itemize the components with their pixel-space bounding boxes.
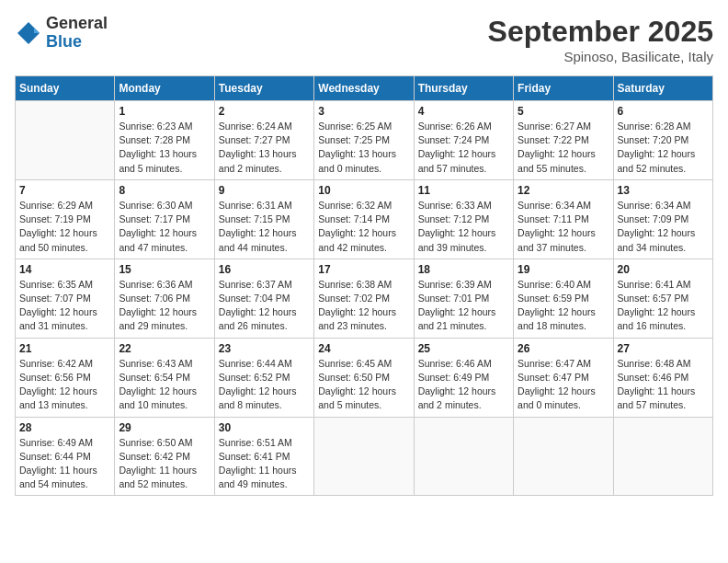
day-info: Sunrise: 6:33 AMSunset: 7:12 PMDaylight:… bbox=[418, 199, 509, 255]
day-number: 3 bbox=[318, 105, 409, 118]
day-number: 18 bbox=[418, 263, 509, 276]
day-info: Sunrise: 6:30 AMSunset: 7:17 PMDaylight:… bbox=[119, 199, 210, 255]
logo: General Blue bbox=[15, 15, 108, 52]
calendar-week-row: 28Sunrise: 6:49 AMSunset: 6:44 PMDayligh… bbox=[16, 417, 713, 496]
day-number: 17 bbox=[318, 263, 409, 276]
calendar-cell: 13Sunrise: 6:34 AMSunset: 7:09 PMDayligh… bbox=[613, 179, 712, 259]
calendar-cell: 6Sunrise: 6:28 AMSunset: 7:20 PMDaylight… bbox=[613, 101, 712, 180]
day-number: 22 bbox=[119, 342, 210, 355]
calendar-cell: 26Sunrise: 6:47 AMSunset: 6:47 PMDayligh… bbox=[514, 338, 613, 417]
day-info: Sunrise: 6:26 AMSunset: 7:24 PMDaylight:… bbox=[418, 120, 509, 176]
logo-icon bbox=[15, 19, 42, 47]
weekday-header-friday: Friday bbox=[514, 76, 613, 101]
calendar-cell bbox=[514, 417, 613, 496]
day-info: Sunrise: 6:45 AMSunset: 6:50 PMDaylight:… bbox=[318, 357, 409, 413]
title-block: September 2025 Spinoso, Basilicate, Ital… bbox=[488, 15, 713, 64]
day-number: 13 bbox=[618, 184, 709, 197]
day-info: Sunrise: 6:29 AMSunset: 7:19 PMDaylight:… bbox=[19, 199, 110, 255]
logo-blue: Blue bbox=[46, 33, 108, 52]
calendar-cell: 25Sunrise: 6:46 AMSunset: 6:49 PMDayligh… bbox=[414, 338, 513, 417]
calendar-cell: 15Sunrise: 6:36 AMSunset: 7:06 PMDayligh… bbox=[115, 259, 214, 338]
day-number: 4 bbox=[418, 105, 509, 118]
day-number: 8 bbox=[119, 184, 210, 197]
day-info: Sunrise: 6:42 AMSunset: 6:56 PMDaylight:… bbox=[19, 357, 110, 413]
calendar-cell: 5Sunrise: 6:27 AMSunset: 7:22 PMDaylight… bbox=[514, 101, 613, 180]
calendar-cell: 1Sunrise: 6:23 AMSunset: 7:28 PMDaylight… bbox=[115, 101, 214, 180]
day-info: Sunrise: 6:34 AMSunset: 7:11 PMDaylight:… bbox=[518, 199, 609, 255]
weekday-header-thursday: Thursday bbox=[414, 76, 513, 101]
day-number: 15 bbox=[119, 263, 210, 276]
calendar-cell: 21Sunrise: 6:42 AMSunset: 6:56 PMDayligh… bbox=[16, 338, 115, 417]
page-header: General Blue September 2025 Spinoso, Bas… bbox=[15, 15, 713, 64]
day-number: 24 bbox=[318, 342, 409, 355]
day-info: Sunrise: 6:34 AMSunset: 7:09 PMDaylight:… bbox=[618, 199, 709, 255]
calendar-cell bbox=[414, 417, 513, 496]
day-info: Sunrise: 6:38 AMSunset: 7:02 PMDaylight:… bbox=[318, 278, 409, 334]
day-info: Sunrise: 6:47 AMSunset: 6:47 PMDaylight:… bbox=[518, 357, 609, 413]
day-info: Sunrise: 6:36 AMSunset: 7:06 PMDaylight:… bbox=[119, 278, 210, 334]
calendar-cell: 23Sunrise: 6:44 AMSunset: 6:52 PMDayligh… bbox=[214, 338, 313, 417]
day-number: 5 bbox=[518, 105, 609, 118]
day-info: Sunrise: 6:44 AMSunset: 6:52 PMDaylight:… bbox=[219, 357, 310, 413]
day-info: Sunrise: 6:31 AMSunset: 7:15 PMDaylight:… bbox=[219, 199, 310, 255]
day-number: 6 bbox=[618, 105, 709, 118]
logo-general: General bbox=[46, 15, 108, 33]
calendar-cell bbox=[16, 101, 115, 180]
calendar-cell: 16Sunrise: 6:37 AMSunset: 7:04 PMDayligh… bbox=[214, 259, 313, 338]
calendar-cell: 28Sunrise: 6:49 AMSunset: 6:44 PMDayligh… bbox=[16, 417, 115, 496]
calendar-cell bbox=[314, 417, 414, 496]
day-number: 30 bbox=[219, 421, 310, 434]
day-info: Sunrise: 6:50 AMSunset: 6:42 PMDaylight:… bbox=[119, 436, 210, 492]
weekday-header-monday: Monday bbox=[115, 76, 214, 101]
day-info: Sunrise: 6:46 AMSunset: 6:49 PMDaylight:… bbox=[418, 357, 509, 413]
calendar-cell: 14Sunrise: 6:35 AMSunset: 7:07 PMDayligh… bbox=[16, 259, 115, 338]
day-info: Sunrise: 6:25 AMSunset: 7:25 PMDaylight:… bbox=[318, 120, 409, 176]
day-number: 27 bbox=[618, 342, 709, 355]
day-number: 11 bbox=[418, 184, 509, 197]
calendar-cell: 7Sunrise: 6:29 AMSunset: 7:19 PMDaylight… bbox=[16, 179, 115, 259]
calendar-cell: 19Sunrise: 6:40 AMSunset: 6:59 PMDayligh… bbox=[514, 259, 613, 338]
day-info: Sunrise: 6:28 AMSunset: 7:20 PMDaylight:… bbox=[618, 120, 709, 176]
day-info: Sunrise: 6:23 AMSunset: 7:28 PMDaylight:… bbox=[119, 120, 210, 176]
weekday-header-row: SundayMondayTuesdayWednesdayThursdayFrid… bbox=[16, 76, 713, 101]
calendar-cell: 2Sunrise: 6:24 AMSunset: 7:27 PMDaylight… bbox=[214, 101, 313, 180]
day-info: Sunrise: 6:35 AMSunset: 7:07 PMDaylight:… bbox=[19, 278, 110, 334]
day-number: 14 bbox=[19, 263, 110, 276]
calendar-week-row: 1Sunrise: 6:23 AMSunset: 7:28 PMDaylight… bbox=[16, 101, 713, 180]
day-number: 7 bbox=[19, 184, 110, 197]
day-number: 25 bbox=[418, 342, 509, 355]
weekday-header-wednesday: Wednesday bbox=[314, 76, 414, 101]
weekday-header-tuesday: Tuesday bbox=[214, 76, 313, 101]
weekday-header-saturday: Saturday bbox=[613, 76, 712, 101]
day-info: Sunrise: 6:39 AMSunset: 7:01 PMDaylight:… bbox=[418, 278, 509, 334]
day-number: 20 bbox=[618, 263, 709, 276]
calendar-cell: 17Sunrise: 6:38 AMSunset: 7:02 PMDayligh… bbox=[314, 259, 414, 338]
day-info: Sunrise: 6:40 AMSunset: 6:59 PMDaylight:… bbox=[518, 278, 609, 334]
logo-text: General Blue bbox=[46, 15, 108, 52]
day-number: 21 bbox=[19, 342, 110, 355]
calendar-cell: 27Sunrise: 6:48 AMSunset: 6:46 PMDayligh… bbox=[613, 338, 712, 417]
calendar-cell: 8Sunrise: 6:30 AMSunset: 7:17 PMDaylight… bbox=[115, 179, 214, 259]
calendar-cell: 4Sunrise: 6:26 AMSunset: 7:24 PMDaylight… bbox=[414, 101, 513, 180]
calendar-cell: 29Sunrise: 6:50 AMSunset: 6:42 PMDayligh… bbox=[115, 417, 214, 496]
day-info: Sunrise: 6:24 AMSunset: 7:27 PMDaylight:… bbox=[219, 120, 310, 176]
calendar-week-row: 7Sunrise: 6:29 AMSunset: 7:19 PMDaylight… bbox=[16, 179, 713, 259]
day-number: 16 bbox=[219, 263, 310, 276]
calendar-cell: 22Sunrise: 6:43 AMSunset: 6:54 PMDayligh… bbox=[115, 338, 214, 417]
day-info: Sunrise: 6:43 AMSunset: 6:54 PMDaylight:… bbox=[119, 357, 210, 413]
day-info: Sunrise: 6:27 AMSunset: 7:22 PMDaylight:… bbox=[518, 120, 609, 176]
day-number: 1 bbox=[119, 105, 210, 118]
day-number: 12 bbox=[518, 184, 609, 197]
calendar-cell: 12Sunrise: 6:34 AMSunset: 7:11 PMDayligh… bbox=[514, 179, 613, 259]
calendar-cell bbox=[613, 417, 712, 496]
day-info: Sunrise: 6:41 AMSunset: 6:57 PMDaylight:… bbox=[618, 278, 709, 334]
day-info: Sunrise: 6:48 AMSunset: 6:46 PMDaylight:… bbox=[618, 357, 709, 413]
calendar-week-row: 21Sunrise: 6:42 AMSunset: 6:56 PMDayligh… bbox=[16, 338, 713, 417]
day-number: 9 bbox=[219, 184, 310, 197]
day-number: 26 bbox=[518, 342, 609, 355]
month-title: September 2025 bbox=[488, 15, 713, 49]
day-number: 29 bbox=[119, 421, 210, 434]
day-number: 19 bbox=[518, 263, 609, 276]
weekday-header-sunday: Sunday bbox=[16, 76, 115, 101]
day-info: Sunrise: 6:49 AMSunset: 6:44 PMDaylight:… bbox=[19, 436, 110, 492]
